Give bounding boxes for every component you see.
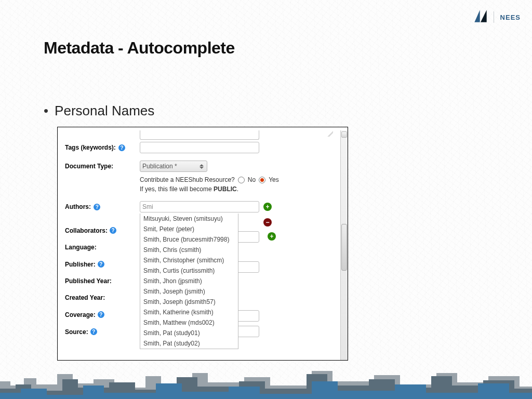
autocomplete-item[interactable]: Smith, Pat (study01) <box>140 328 238 338</box>
help-icon[interactable]: ? <box>118 144 125 151</box>
app-screenshot-panel: Tags (keywords): ? Document Type: Public… <box>57 127 348 361</box>
contribute-radio-no[interactable] <box>238 177 245 183</box>
remove-author-button[interactable]: − <box>263 218 272 227</box>
contribute-no-label: No <box>248 176 256 183</box>
spinner-icon <box>200 164 205 169</box>
publisher-label: Publisher: <box>65 261 96 268</box>
autocomplete-item[interactable]: Smith, Curtis (curtissmith) <box>140 265 238 276</box>
svg-marker-0 <box>474 10 480 22</box>
contribute-question: Contribute a NEEShub Resource? <box>140 176 235 183</box>
published-year-label: Published Year: <box>65 278 112 284</box>
autocomplete-item[interactable]: Smith, Bruce (brucesmith7998) <box>140 234 238 245</box>
tags-label: Tags (keywords): ? <box>65 144 140 151</box>
page-title: Metadata - Autocomplete <box>44 38 235 58</box>
contribute-note: If yes, this file will become <box>140 185 214 193</box>
bullet-icon: • <box>44 103 48 118</box>
coverage-label: Coverage: <box>65 312 96 318</box>
autocomplete-item[interactable]: Smith, Chris (csmith) <box>140 245 238 255</box>
document-type-label: Document Type: <box>65 163 140 170</box>
skyline-footer <box>0 358 532 399</box>
autocomplete-item[interactable]: Smith, Christopher (smithcm) <box>140 255 238 265</box>
autocomplete-item[interactable]: Smith, Jhon (jpsmith) <box>140 276 238 286</box>
autocomplete-item[interactable]: Smith, Joseph (jdsmith57) <box>140 297 238 307</box>
help-icon[interactable]: ? <box>94 204 100 210</box>
bullet-personal-names: •Personal Names <box>44 103 154 119</box>
help-icon[interactable]: ? <box>90 328 97 335</box>
autocomplete-item[interactable]: Smith, Pat (study02) <box>140 338 238 349</box>
brand-divider <box>494 11 494 23</box>
svg-marker-1 <box>481 10 487 22</box>
collaborators-label: Collaborators: <box>65 228 108 234</box>
language-label: Language: <box>65 244 97 250</box>
authors-autocomplete-dropdown[interactable]: Mitsuyuki, Steven (smitsuyu) Smit, Peter… <box>140 214 238 349</box>
document-type-value: Publication * <box>142 163 177 170</box>
authors-label: Authors: ? <box>65 203 140 210</box>
autocomplete-item[interactable]: Smith, Katherine (ksmith) <box>140 307 238 317</box>
add-collaborator-button[interactable]: + <box>268 232 276 241</box>
tags-input[interactable] <box>140 142 259 153</box>
nees-logo-icon <box>474 9 487 25</box>
authors-input[interactable] <box>140 201 259 212</box>
contribute-yes-label: Yes <box>269 176 279 183</box>
autocomplete-item[interactable]: Smit, Peter (peter) <box>140 224 238 234</box>
help-icon[interactable]: ? <box>98 261 104 268</box>
brand-text: NEES <box>500 14 521 21</box>
contribute-note-public: PUBLIC <box>214 185 237 193</box>
panel-scrollbar[interactable] <box>340 130 348 360</box>
contribute-radio-yes[interactable] <box>259 177 265 183</box>
bullet-text: Personal Names <box>55 103 154 118</box>
autocomplete-item[interactable]: Smith, Joseph (jsmith) <box>140 286 238 297</box>
created-year-label: Created Year: <box>65 295 105 301</box>
source-label: Source: <box>65 329 88 335</box>
autocomplete-item[interactable]: Smith, Matthew (mds002) <box>140 317 238 328</box>
scrollbar-thumb[interactable] <box>341 224 347 271</box>
document-type-select[interactable]: Publication * <box>140 161 207 172</box>
autocomplete-item[interactable]: Mitsuyuki, Steven (smitsuyu) <box>140 214 238 224</box>
branding: NEES <box>474 9 521 25</box>
help-icon[interactable]: ? <box>98 311 104 318</box>
add-author-button[interactable]: + <box>263 203 272 211</box>
help-icon[interactable]: ? <box>110 227 116 234</box>
